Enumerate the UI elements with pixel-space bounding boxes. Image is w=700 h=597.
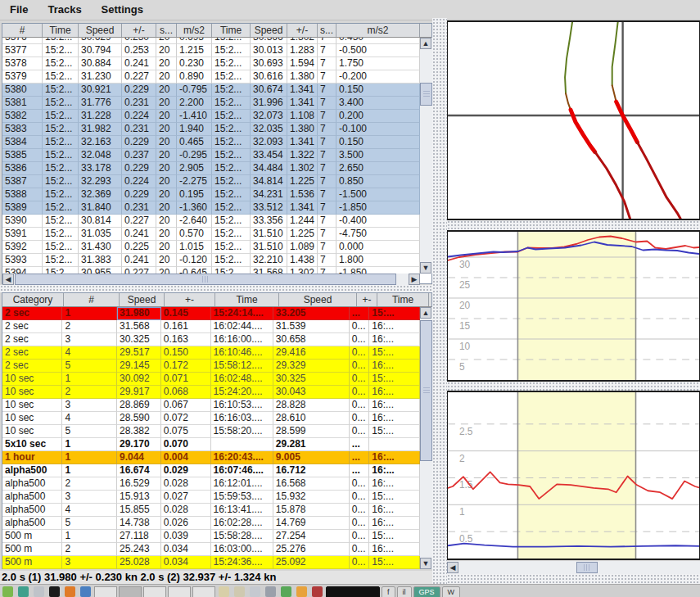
column-header-10[interactable]: m/s2 (336, 24, 420, 37)
ranking-row-1-hour-1[interactable]: 1 hour19.0440.00416:20:43....9.005...16:… (2, 451, 420, 464)
column-header-3[interactable]: +/- (122, 24, 156, 37)
ranking-row-500-m-2[interactable]: 500 m225.2430.03416:03:00....25.2760...1… (2, 543, 420, 556)
scroll-right-icon[interactable]: ▶ (409, 274, 420, 285)
ranking-row-500-m-1[interactable]: 500 m127.1180.03915:58:28....27.2540...1… (2, 530, 420, 543)
track-map-panel[interactable] (447, 20, 700, 220)
firefox-icon[interactable] (65, 586, 75, 597)
workspace-pager-5[interactable] (192, 586, 215, 597)
column-header-6[interactable]: Time (212, 24, 251, 37)
taskbar-window-button-il[interactable]: il (397, 586, 412, 597)
scroll-up-icon[interactable]: ▲ (420, 38, 431, 49)
scroll-down-icon[interactable]: ▼ (420, 558, 431, 569)
ranking-row-2-sec-4[interactable]: 2 sec429.5170.15016:10:46....29.4160...1… (2, 346, 420, 360)
trackpoint-table-header[interactable]: #TimeSpeed+/-s...m/s2TimeSpeed+/-s...m/s… (2, 24, 431, 38)
taskbar-window-button-W[interactable]: W (442, 586, 461, 597)
ranking-vscrollbar[interactable]: ▲ ▼ (420, 307, 432, 569)
trackpoint-row-5394[interactable]: 539415:2...30.9550.22720-0.64515:2...31.… (2, 267, 420, 274)
desktop-icon[interactable] (18, 586, 29, 597)
column-header-7[interactable]: Speed (251, 24, 287, 37)
trackpoint-row-5384[interactable]: 538415:2...32.1630.229200.46515:2...32.0… (2, 136, 420, 149)
ranking-row-alpha500-5[interactable]: alpha500514.7380.02616:02:28....14.7690.… (2, 517, 420, 530)
chart-hscrollbar[interactable]: ◀ (447, 561, 700, 574)
error-chart[interactable]: 2.521.510.5 (448, 392, 699, 559)
menu-item-file[interactable]: File (0, 1, 38, 19)
workspace-pager-4[interactable] (168, 586, 191, 597)
trackpoint-row-5388[interactable]: 538815:2...32.3690.229200.19515:2...34.2… (2, 188, 420, 201)
trackpoint-row-5387[interactable]: 538715:2...32.2930.22420-2.27515:2...34.… (2, 175, 420, 188)
trackpoint-row-5379[interactable]: 537915:2...31.2300.227200.89015:2...30.6… (2, 70, 420, 84)
taskbar-window-button-f[interactable]: f (382, 586, 395, 597)
launcher-icon[interactable] (265, 586, 276, 597)
column-header-9[interactable]: s... (318, 24, 336, 37)
ranking-row-2-sec-3[interactable]: 2 sec330.3250.16316:16:00....30.6580...1… (2, 333, 420, 346)
speed-chart[interactable]: 30252015105 (448, 232, 699, 380)
trackpoint-row-5393[interactable]: 539315:2...31.3830.24120-0.12015:2...32.… (2, 254, 420, 267)
scroll-down-icon[interactable]: ▼ (420, 262, 431, 274)
scroll-left-icon[interactable]: ◀ (2, 274, 14, 285)
vertical-splitter[interactable] (432, 18, 447, 584)
track-map[interactable] (448, 22, 699, 219)
trackpoint-vscrollbar[interactable]: ▲ ▼ (420, 38, 432, 274)
ranking-row-10-sec-1[interactable]: 10 sec130.0920.07116:02:48....30.3250...… (2, 373, 420, 386)
mint-menu-icon[interactable] (2, 586, 13, 597)
ranking-table-header[interactable]: Category#Speed+-TimeSpeed+-Time (2, 293, 431, 307)
calculator-icon[interactable] (234, 586, 245, 597)
trackpoint-row-5376[interactable]: 537615:2...30.6290.230200.69515:2...30.3… (2, 38, 420, 44)
column-header-2[interactable]: Speed (79, 24, 122, 37)
ranking-row-10-sec-5[interactable]: 10 sec528.3820.07515:58:20....28.5990...… (2, 425, 420, 438)
taskbar-window-button-0[interactable] (326, 586, 380, 597)
keyboard-icon[interactable] (219, 586, 229, 597)
trackpoint-row-5382[interactable]: 538215:2...31.2280.22420-1.41015:2...32.… (2, 110, 420, 123)
ranking-row-2-sec-5[interactable]: 2 sec529.1450.17215:58:12....29.3290...1… (2, 360, 420, 373)
column-header-3[interactable]: +- (165, 293, 215, 306)
menu-item-tracks[interactable]: Tracks (38, 1, 91, 19)
menu-item-settings[interactable]: Settings (92, 1, 153, 19)
trackpoint-row-5383[interactable]: 538315:2...31.9820.231201.94015:2...32.0… (2, 123, 420, 136)
trackpoint-row-5385[interactable]: 538515:2...32.0480.23720-0.29515:2...33.… (2, 149, 420, 162)
hscroll-thumb[interactable] (15, 274, 396, 285)
vscroll-thumb[interactable] (420, 320, 432, 461)
workspace-pager-2[interactable] (119, 586, 142, 597)
speed-chart-panel[interactable]: 30252015105 (447, 230, 700, 382)
column-header-5[interactable]: m/s2 (177, 24, 212, 37)
horizontal-splitter[interactable] (0, 285, 446, 292)
ranking-row-500-m-3[interactable]: 500 m325.0280.03415:24:36....25.0920...1… (2, 556, 420, 569)
trackpoint-row-5380[interactable]: 538015:2...30.9210.22920-0.79515:2...30.… (2, 84, 420, 97)
column-header-0[interactable]: Category (2, 293, 64, 306)
ranking-row-10-sec-2[interactable]: 10 sec229.9170.06815:24:20....30.0430...… (2, 386, 420, 399)
column-header-0[interactable]: # (2, 24, 43, 37)
column-header-4[interactable]: Time (215, 293, 279, 306)
screenshot-icon[interactable] (34, 586, 44, 597)
taskbar-window-button-GPS[interactable]: GPS (413, 586, 440, 597)
workspace-pager-3[interactable] (143, 586, 166, 597)
trackpoint-row-5377[interactable]: 537715:2...30.7940.253201.21515:2...30.0… (2, 44, 420, 57)
column-header-7[interactable]: Time (377, 293, 429, 306)
ranking-row-2-sec-2[interactable]: 2 sec231.5680.16116:02:44....31.5390...1… (2, 320, 420, 333)
ranking-row-alpha500-2[interactable]: alpha500216.5290.02816:12:01....16.5680.… (2, 477, 420, 491)
ranking-row-2-sec-1[interactable]: 2 sec131.9800.14515:24:14....33.205...15… (2, 307, 420, 320)
column-header-6[interactable]: +- (357, 293, 377, 306)
column-header-8[interactable]: +/- (287, 24, 318, 37)
trackpoint-hscrollbar[interactable]: ◀ ▶ (2, 274, 420, 285)
column-header-5[interactable]: Speed (279, 293, 357, 306)
column-header-2[interactable]: Speed (120, 293, 165, 306)
trackpoint-row-5381[interactable]: 538115:2...31.7760.231202.20015:2...31.9… (2, 97, 420, 110)
ranking-row-alpha500-3[interactable]: alpha500315.9130.02715:59:53....15.9320.… (2, 491, 420, 504)
hscroll-thumb[interactable] (576, 562, 598, 573)
terminal-icon[interactable] (49, 586, 60, 597)
flag-icon[interactable] (312, 586, 323, 597)
trackpoint-row-5392[interactable]: 539215:2...31.4300.225201.01515:2...31.5… (2, 241, 420, 254)
ranking-row-10-sec-3[interactable]: 10 sec328.8690.06716:10:53....28.8280...… (2, 399, 420, 412)
error-chart-panel[interactable]: 2.521.510.5 (447, 391, 700, 560)
package-icon[interactable] (281, 586, 291, 597)
ranking-row-10-sec-4[interactable]: 10 sec428.5900.07216:16:03....28.6100...… (2, 412, 420, 425)
ranking-row-5x10-sec-1[interactable]: 5x10 sec129.1700.07029.281... (2, 438, 420, 451)
trackpoint-row-5378[interactable]: 537815:2...30.8840.241200.23015:2...30.6… (2, 57, 420, 70)
trackpoint-row-5386[interactable]: 538615:2...33.1780.229202.90515:2...34.4… (2, 162, 420, 175)
column-header-1[interactable]: # (64, 293, 120, 306)
download-icon[interactable] (296, 586, 307, 597)
ranking-row-alpha500-4[interactable]: alpha500415.8550.02816:13:41....15.8780.… (2, 504, 420, 517)
map-chart-splitter[interactable] (447, 220, 700, 230)
chart-splitter[interactable] (447, 382, 700, 391)
scroll-up-icon[interactable]: ▲ (420, 307, 431, 319)
